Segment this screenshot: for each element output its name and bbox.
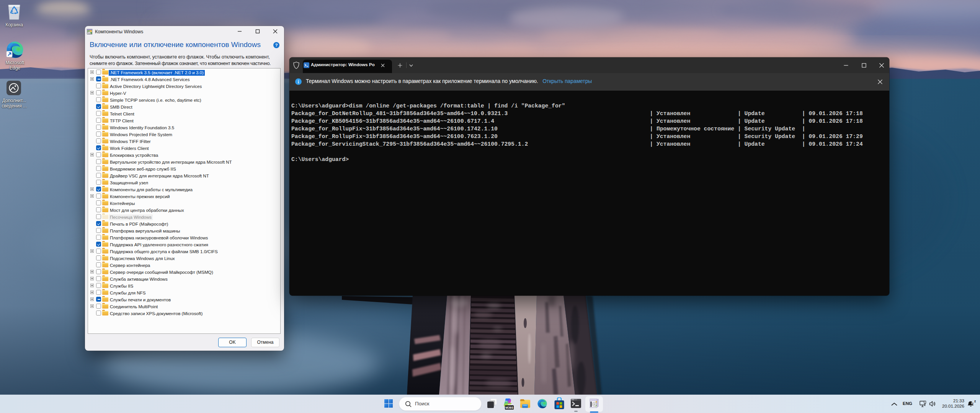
svg-text:M365: M365 bbox=[505, 406, 513, 410]
svg-text:?: ? bbox=[275, 43, 278, 47]
svg-text:z: z bbox=[974, 400, 976, 403]
svg-text:z: z bbox=[972, 402, 973, 405]
